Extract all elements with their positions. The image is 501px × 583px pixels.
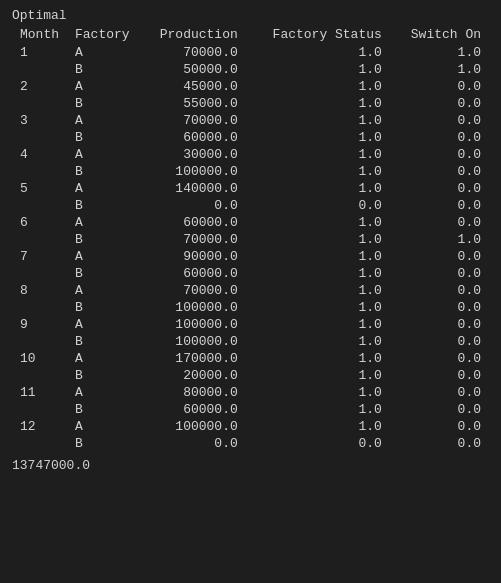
cell-production: 70000.0 xyxy=(138,231,246,248)
cell-month xyxy=(12,367,67,384)
cell-production: 20000.0 xyxy=(138,367,246,384)
cell-switch-on: 0.0 xyxy=(390,418,489,435)
cell-month xyxy=(12,197,67,214)
cell-factory-status: 1.0 xyxy=(246,180,390,197)
cell-production: 0.0 xyxy=(138,197,246,214)
cell-factory: A xyxy=(67,350,138,367)
cell-month: 11 xyxy=(12,384,67,401)
cell-switch-on: 0.0 xyxy=(390,180,489,197)
cell-factory: A xyxy=(67,214,138,231)
cell-switch-on: 0.0 xyxy=(390,384,489,401)
table-row: 5A140000.01.00.0 xyxy=(12,180,489,197)
cell-production: 80000.0 xyxy=(138,384,246,401)
cell-switch-on: 0.0 xyxy=(390,299,489,316)
cell-switch-on: 0.0 xyxy=(390,316,489,333)
cell-switch-on: 0.0 xyxy=(390,248,489,265)
table-row: B50000.01.01.0 xyxy=(12,61,489,78)
cell-production: 100000.0 xyxy=(138,333,246,350)
cell-factory-status: 1.0 xyxy=(246,61,390,78)
table-row: B60000.01.00.0 xyxy=(12,129,489,146)
cell-factory: A xyxy=(67,316,138,333)
cell-switch-on: 0.0 xyxy=(390,78,489,95)
table-row: B60000.01.00.0 xyxy=(12,401,489,418)
cell-factory-status: 1.0 xyxy=(246,401,390,418)
cell-factory: B xyxy=(67,265,138,282)
results-table-container: Month Factory Production Factory Status … xyxy=(12,27,489,452)
cell-factory: B xyxy=(67,163,138,180)
cell-switch-on: 0.0 xyxy=(390,214,489,231)
cell-switch-on: 1.0 xyxy=(390,44,489,61)
cell-factory: A xyxy=(67,146,138,163)
cell-production: 45000.0 xyxy=(138,78,246,95)
cell-production: 70000.0 xyxy=(138,112,246,129)
table-row: 1A70000.01.01.0 xyxy=(12,44,489,61)
cell-switch-on: 0.0 xyxy=(390,112,489,129)
cell-factory-status: 1.0 xyxy=(246,214,390,231)
cell-switch-on: 0.0 xyxy=(390,146,489,163)
cell-month: 4 xyxy=(12,146,67,163)
cell-month: 10 xyxy=(12,350,67,367)
cell-factory: B xyxy=(67,435,138,452)
cell-factory-status: 1.0 xyxy=(246,231,390,248)
cell-month: 2 xyxy=(12,78,67,95)
cell-month xyxy=(12,231,67,248)
table-row: 12A100000.01.00.0 xyxy=(12,418,489,435)
table-row: 3A70000.01.00.0 xyxy=(12,112,489,129)
cell-production: 55000.0 xyxy=(138,95,246,112)
col-switch-on: Switch On xyxy=(390,27,489,44)
cell-month xyxy=(12,265,67,282)
cell-factory-status: 1.0 xyxy=(246,265,390,282)
cell-factory-status: 1.0 xyxy=(246,418,390,435)
table-row: 7A90000.01.00.0 xyxy=(12,248,489,265)
cell-month: 5 xyxy=(12,180,67,197)
cell-month xyxy=(12,95,67,112)
table-row: B100000.01.00.0 xyxy=(12,299,489,316)
table-row: B100000.01.00.0 xyxy=(12,333,489,350)
cell-factory-status: 1.0 xyxy=(246,44,390,61)
col-production: Production xyxy=(138,27,246,44)
cell-production: 90000.0 xyxy=(138,248,246,265)
cell-month xyxy=(12,299,67,316)
cell-month xyxy=(12,435,67,452)
cell-factory: B xyxy=(67,95,138,112)
cell-factory: A xyxy=(67,248,138,265)
cell-factory-status: 1.0 xyxy=(246,95,390,112)
cell-factory: B xyxy=(67,333,138,350)
cell-production: 100000.0 xyxy=(138,418,246,435)
cell-switch-on: 0.0 xyxy=(390,350,489,367)
cell-factory-status: 1.0 xyxy=(246,350,390,367)
table-row: 6A60000.01.00.0 xyxy=(12,214,489,231)
cell-factory-status: 1.0 xyxy=(246,333,390,350)
cell-factory: B xyxy=(67,61,138,78)
cell-production: 50000.0 xyxy=(138,61,246,78)
cell-switch-on: 1.0 xyxy=(390,231,489,248)
table-row: B20000.01.00.0 xyxy=(12,367,489,384)
col-factory: Factory xyxy=(67,27,138,44)
cell-switch-on: 0.0 xyxy=(390,129,489,146)
page-title: Optimal xyxy=(12,8,489,23)
cell-factory-status: 0.0 xyxy=(246,197,390,214)
cell-factory-status: 1.0 xyxy=(246,384,390,401)
cell-factory: B xyxy=(67,367,138,384)
cell-switch-on: 0.0 xyxy=(390,197,489,214)
table-row: 10A170000.01.00.0 xyxy=(12,350,489,367)
cell-production: 100000.0 xyxy=(138,316,246,333)
table-row: 9A100000.01.00.0 xyxy=(12,316,489,333)
cell-factory-status: 1.0 xyxy=(246,248,390,265)
cell-factory-status: 1.0 xyxy=(246,282,390,299)
cell-month xyxy=(12,129,67,146)
cell-factory: A xyxy=(67,282,138,299)
cell-production: 0.0 xyxy=(138,435,246,452)
cell-factory: B xyxy=(67,129,138,146)
results-table: Month Factory Production Factory Status … xyxy=(12,27,489,452)
col-month: Month xyxy=(12,27,67,44)
cell-month: 7 xyxy=(12,248,67,265)
table-header-row: Month Factory Production Factory Status … xyxy=(12,27,489,44)
cell-factory: A xyxy=(67,384,138,401)
cell-production: 30000.0 xyxy=(138,146,246,163)
cell-switch-on: 1.0 xyxy=(390,61,489,78)
cell-month: 8 xyxy=(12,282,67,299)
cell-factory: B xyxy=(67,197,138,214)
cell-production: 70000.0 xyxy=(138,44,246,61)
cell-switch-on: 0.0 xyxy=(390,367,489,384)
